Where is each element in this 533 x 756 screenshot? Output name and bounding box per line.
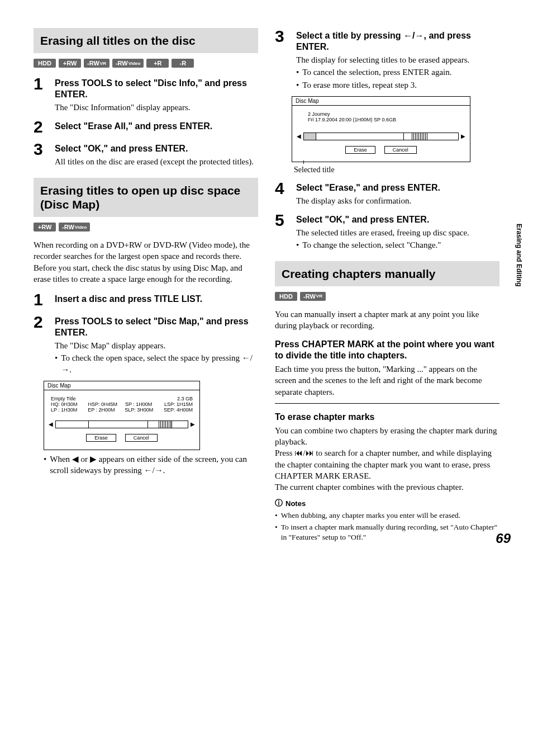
step-text: The display for selecting titles to be e… xyxy=(296,54,499,65)
intro-b: When recording on a DVD+RW or DVD-RW (Vi… xyxy=(34,239,258,285)
selected-title-caption: Selected title xyxy=(294,166,499,174)
heading-disc-map: Erasing titles to open up disc space (Di… xyxy=(34,178,258,217)
side-tab: Erasing and Editing xyxy=(515,224,523,287)
sub2-text2: Press ⏮/⏭ to search for a chapter number… xyxy=(275,447,499,481)
step-text: The display asks for confirmation. xyxy=(296,195,499,206)
step-num: 2 xyxy=(34,314,47,330)
badge-plusrw: +RW xyxy=(34,223,56,231)
intro-c: You can manually insert a chapter mark a… xyxy=(275,309,499,332)
cancel-button[interactable]: Cancel xyxy=(384,146,417,154)
left-column: Erasing all titles on the disc HDD +RW -… xyxy=(34,28,258,544)
step-num: 5 xyxy=(275,212,288,229)
bullet: To change the selection, select "Change.… xyxy=(296,239,499,251)
cancel-button[interactable]: Cancel xyxy=(125,434,158,442)
badge-rwvr: -RWVR xyxy=(84,59,110,68)
step-title: Select "Erase All," and press ENTER. xyxy=(55,121,258,132)
step-a3: 3 Select "OK," and press ENTER. All titl… xyxy=(34,141,258,167)
right-arrow-icon: ▶ xyxy=(461,133,465,139)
disc-bar xyxy=(55,420,188,428)
discmap-screenshot-1: Disc Map Empty Title2.3 GB HQ: 0H30MHSP:… xyxy=(44,381,200,450)
badge-minusr: -R xyxy=(172,59,194,68)
right-column: 3 Select a title by pressing ←/→, and pr… xyxy=(275,28,499,544)
mock-title: Disc Map xyxy=(44,381,199,390)
mock-title: Disc Map xyxy=(292,97,470,106)
step-bullet: To check the open space, select the spac… xyxy=(55,352,258,375)
badge-rwvideo: -RWVideo xyxy=(112,59,144,68)
step-title: Select "OK," and press ENTER. xyxy=(296,214,499,225)
left-arrow-icon: ◀ xyxy=(297,133,301,139)
after-mock-bullet: When ◀ or ▶ appears on either side of th… xyxy=(44,453,258,476)
discmap-screenshot-2: Disc Map 2 Journey Fri 17.9.2004 20:00 (… xyxy=(292,96,470,162)
subheading-erase-marks: To erase chapter marks xyxy=(275,412,499,423)
step-text: The "Disc Map" display appears. xyxy=(55,340,258,351)
subheading-press-chapter: Press CHAPTER MARK at the point where yo… xyxy=(275,339,499,361)
notes-heading: Notes xyxy=(275,498,499,508)
sub1-text: Each time you press the button, "Marking… xyxy=(275,363,499,398)
step-a2: 2 Select "Erase All," and press ENTER. xyxy=(34,119,258,135)
badges-c: HDD -RWVR xyxy=(275,292,499,301)
mock-line1: 2 Journey xyxy=(308,111,463,117)
step-text: The "Disc Information" display appears. xyxy=(55,102,258,113)
divider xyxy=(275,403,499,404)
right-arrow-icon: ▶ xyxy=(191,421,195,427)
step-title: Select a title by pressing ←/→, and pres… xyxy=(296,30,499,53)
badges-a: HDD +RW -RWVR -RWVideo +R -R xyxy=(34,59,258,68)
step-b2: 2 Press TOOLS to select "Disc Map," and … xyxy=(34,314,258,375)
step-num: 2 xyxy=(34,119,47,135)
erase-button[interactable]: Erase xyxy=(86,434,116,442)
badge-rwvideo: -RWVideo xyxy=(59,223,90,231)
disc-bar xyxy=(303,133,459,140)
heading-chapters: Creating chapters manually xyxy=(275,261,499,286)
step-text: The selected titles are erased, freeing … xyxy=(296,227,499,238)
notes-list: When dubbing, any chapter marks you ente… xyxy=(275,511,499,542)
step-num: 3 xyxy=(275,28,288,45)
step-num: 1 xyxy=(34,291,47,308)
badge-hdd: HDD xyxy=(34,59,56,68)
step-title: Press TOOLS to select "Disc Info," and p… xyxy=(55,78,258,100)
step-title: Press TOOLS to select "Disc Map," and pr… xyxy=(55,316,258,338)
mock-line2: Fri 17.9.2004 20:00 (1H00M) SP 0.6GB xyxy=(308,117,463,122)
sub2-text3: The current chapter combines with the pr… xyxy=(275,481,499,493)
step-title: Select "OK," and press ENTER. xyxy=(55,143,258,154)
heading-erase-all: Erasing all titles on the disc xyxy=(34,28,258,53)
badges-b: +RW -RWVideo xyxy=(34,223,258,231)
step-title: Insert a disc and press TITLE LIST. xyxy=(55,294,258,305)
step-r3: 3 Select a title by pressing ←/→, and pr… xyxy=(275,28,499,91)
erase-button[interactable]: Erase xyxy=(345,146,375,154)
page-number: 69 xyxy=(496,531,511,546)
badge-rwvr: -RWVR xyxy=(300,292,326,301)
step-r5: 5 Select "OK," and press ENTER. The sele… xyxy=(275,212,499,251)
step-text: All titles on the disc are erased (excep… xyxy=(55,156,258,167)
step-r4: 4 Select "Erase," and press ENTER. The d… xyxy=(275,180,499,206)
step-num: 1 xyxy=(34,75,47,92)
bullet: To erase more titles, repeat step 3. xyxy=(296,79,499,91)
step-title: Select "Erase," and press ENTER. xyxy=(296,182,499,193)
badge-plusr: +R xyxy=(146,59,169,68)
step-a1: 1 Press TOOLS to select "Disc Info," and… xyxy=(34,75,258,113)
step-num: 4 xyxy=(275,180,288,197)
badge-plusrw: +RW xyxy=(59,59,81,68)
left-arrow-icon: ◀ xyxy=(49,421,53,427)
sub2-text1: You can combine two chapters by erasing … xyxy=(275,425,499,448)
note-item: When dubbing, any chapter marks you ente… xyxy=(275,511,499,521)
bullet: To cancel the selection, press ENTER aga… xyxy=(296,67,499,78)
step-b1: 1 Insert a disc and press TITLE LIST. xyxy=(34,291,258,308)
badge-hdd: HDD xyxy=(275,292,297,301)
note-item: To insert a chapter mark manually during… xyxy=(275,522,499,542)
step-num: 3 xyxy=(34,141,47,158)
